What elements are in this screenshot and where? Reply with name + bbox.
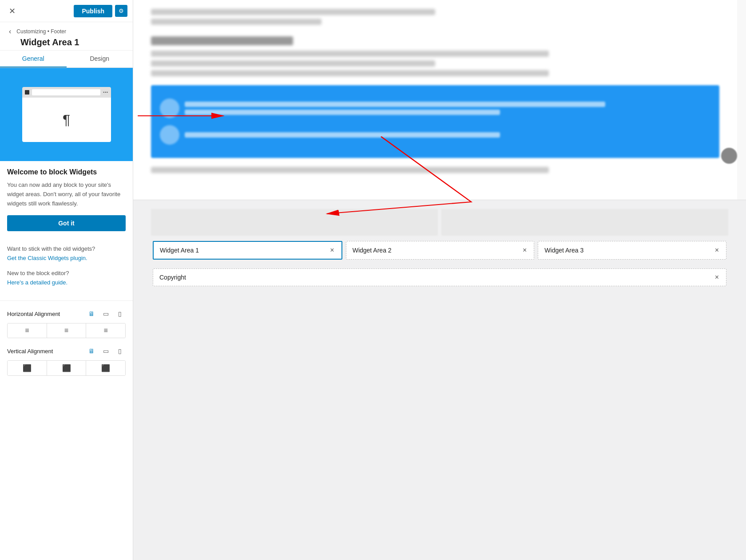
breadcrumb-nav: ‹ Customizing • Footer: [7, 27, 126, 36]
v-align-middle-button[interactable]: ⬛: [47, 361, 87, 375]
browser-bar: ···: [22, 87, 111, 98]
social-avatar-2-icon: [160, 125, 179, 145]
new-editor-text: New to the block editor?: [7, 270, 126, 276]
horizontal-alignment-label: Horizontal Alignment: [7, 311, 60, 317]
sidebar-footer-links: Want to stick with the old widgets? Get …: [0, 245, 133, 293]
blurred-heading: [151, 36, 293, 45]
browser-menu-icon: ···: [103, 89, 108, 96]
widget-area-2-label: Widget Area 2: [353, 247, 392, 254]
social-card-row-2: [160, 125, 710, 145]
footer-widgets-row: Widget Area 1 × Widget Area 2 × Widget A…: [151, 239, 728, 261]
classic-plugin-link[interactable]: Get the Classic Widgets plugin.: [7, 255, 87, 261]
got-it-button[interactable]: Got it: [7, 215, 126, 231]
widget-area-1-label: Widget Area 1: [160, 247, 199, 254]
widget-area-1-close[interactable]: ×: [329, 246, 335, 254]
v-align-top-button[interactable]: ⬛: [8, 361, 47, 375]
footer-top-right: [441, 209, 728, 236]
copyright-box[interactable]: Copyright ×: [153, 268, 726, 286]
widget-area-2-box[interactable]: Widget Area 2 ×: [346, 241, 535, 260]
sidebar-header: ✕ Publish ⚙: [0, 0, 133, 22]
horizontal-align-buttons: ≡ ≡ ≡: [7, 323, 126, 338]
blurred-line-4: [151, 60, 435, 67]
blurred-line-2: [151, 19, 321, 25]
copyright-close[interactable]: ×: [714, 273, 720, 281]
page-title: Widget Area 1: [7, 37, 126, 47]
horizontal-alignment-section: Horizontal Alignment 🖥 ▭ ▯ ≡ ≡ ≡: [0, 308, 133, 345]
welcome-description: You can now add any block to your site's…: [7, 181, 126, 208]
welcome-content: Welcome to block Widgets You can now add…: [0, 161, 133, 245]
v-align-bottom-button[interactable]: ⬛: [86, 361, 125, 375]
widget-area-3-box[interactable]: Widget Area 3 ×: [538, 241, 726, 260]
tablet-icon[interactable]: ▭: [100, 308, 111, 319]
align-right-button[interactable]: ≡: [86, 323, 125, 338]
guide-link[interactable]: Here's a detailed guide.: [7, 279, 67, 286]
v-mobile-icon[interactable]: ▯: [114, 345, 126, 357]
preview-inner: [133, 0, 737, 200]
desktop-icon[interactable]: 🖥: [86, 308, 97, 319]
blurred-line-1: [151, 9, 435, 15]
breadcrumb-nav-text: Customizing • Footer: [16, 28, 66, 35]
widget-area-3-close[interactable]: ×: [714, 246, 720, 254]
align-center-button[interactable]: ≡: [47, 323, 87, 338]
blurred-line-5: [151, 70, 549, 76]
copyright-label: Copyright: [159, 274, 186, 281]
widget-area-2-close[interactable]: ×: [522, 246, 528, 254]
browser-dot-icon: [25, 90, 29, 95]
footer-top-left: [151, 209, 438, 236]
vertical-alignment-row: Vertical Alignment 🖥 ▭ ▯: [7, 345, 126, 357]
close-button[interactable]: ✕: [5, 4, 19, 18]
tabs-row: General Design: [0, 51, 133, 68]
publish-area: Publish ⚙: [74, 5, 127, 17]
tab-general[interactable]: General: [0, 51, 67, 67]
widget-area-3-label: Widget Area 3: [544, 247, 583, 254]
v-desktop-icon[interactable]: 🖥: [86, 345, 97, 357]
blurred-bottom-text: [151, 167, 719, 173]
widget-area-1-box[interactable]: Widget Area 1 ×: [153, 241, 342, 260]
v-tablet-icon[interactable]: ▭: [100, 345, 111, 357]
settings-button[interactable]: ⚙: [115, 5, 127, 17]
blurred-line-6: [151, 167, 549, 173]
browser-content: ¶: [22, 98, 111, 142]
social-text-lines: [185, 102, 710, 115]
vertical-alignment-section: Vertical Alignment 🖥 ▭ ▯ ⬛ ⬛ ⬛: [0, 345, 133, 383]
divider: [0, 300, 133, 301]
horizontal-alignment-row: Horizontal Alignment 🖥 ▭ ▯: [7, 308, 126, 319]
blurred-top-content: [151, 9, 719, 76]
preview-area: Widget Area 1 × Widget Area 2 × Widget A…: [133, 0, 746, 297]
footer-top-row: [151, 209, 728, 236]
vertical-align-buttons: ⬛ ⬛ ⬛: [7, 360, 126, 376]
widget-preview-image: ··· ¶: [0, 68, 133, 161]
publish-button[interactable]: Publish: [74, 5, 112, 17]
welcome-title: Welcome to block Widgets: [7, 168, 126, 176]
breadcrumb-area: ‹ Customizing • Footer Widget Area 1: [0, 22, 133, 51]
footer-preview: Widget Area 1 × Widget Area 2 × Widget A…: [133, 200, 746, 297]
align-left-button[interactable]: ≡: [8, 323, 47, 338]
preview-content: Widget Area 1 × Widget Area 2 × Widget A…: [133, 0, 746, 297]
browser-url-input: [32, 89, 100, 95]
vertical-alignment-label: Vertical Alignment: [7, 348, 53, 355]
social-avatar-icon: [160, 99, 179, 118]
v-device-icons: 🖥 ▭ ▯: [86, 345, 126, 357]
social-card-row-1: [160, 99, 710, 118]
tab-design[interactable]: Design: [67, 51, 133, 67]
back-button[interactable]: ‹: [7, 27, 13, 36]
blurred-line-3: [151, 51, 549, 57]
device-icons: 🖥 ▭ ▯: [86, 308, 126, 319]
social-text-3: [185, 132, 500, 138]
scroll-indicator: [721, 148, 737, 164]
paragraph-icon: ¶: [63, 112, 70, 128]
preview-wrapper: Widget Area 1 × Widget Area 2 × Widget A…: [133, 0, 746, 560]
social-card-blurred: [151, 85, 719, 158]
social-text-2: [185, 110, 500, 115]
sidebar: ✕ Publish ⚙ ‹ Customizing • Footer Widge…: [0, 0, 133, 560]
old-widgets-text: Want to stick with the old widgets?: [7, 245, 126, 252]
mobile-icon[interactable]: ▯: [114, 308, 126, 319]
social-text-1: [185, 102, 605, 107]
social-text-lines-2: [185, 132, 710, 138]
